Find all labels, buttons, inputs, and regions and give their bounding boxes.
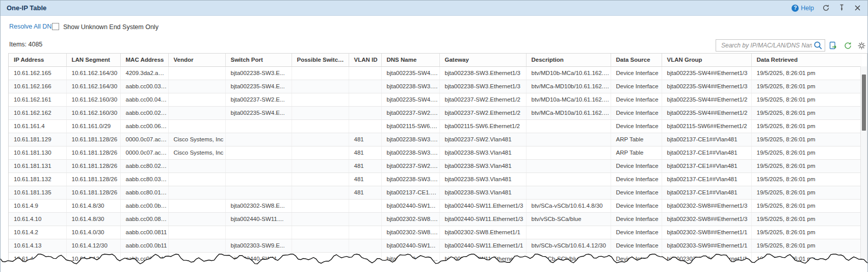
table-cell-lan-segment: 10.61.4.12/30 [66,239,120,253]
table-cell-lan-segment: 10.61.181.128/26 [66,173,120,186]
table-row[interactable]: 10.61.4.1310.61.4.12/30aabb.cc00.0b11bjt… [9,239,862,253]
table-cell-lan-segment: 10.61.181.128/26 [66,160,120,173]
table-cell-vlan-group: bjta002137-CE1##Vlan481 [662,160,751,173]
table-row[interactable]: 10.61.181.13110.61.181.128/26aabb.cc80.0… [9,160,862,173]
table-cell-data-source: ARP Table [611,133,662,146]
table-row[interactable]: 10.61.4.910.61.4.8/30aabb.cc00.0b31bjta0… [9,200,862,213]
table-cell-description [526,146,611,160]
table-cell-vlan-id [349,93,381,107]
table-cell-mac-address: aabb.cc00.0b11 [120,239,168,253]
scrollbar-thumb[interactable] [862,75,866,131]
vertical-scrollbar[interactable] [860,66,867,272]
table-row[interactable]: 10.61.162.16110.61.162.160/30aabb.cc00.0… [9,93,862,107]
table-cell-dns-name: bjta002238-SW3.Vla... [381,173,439,186]
gear-icon[interactable] [857,41,866,50]
export-icon[interactable] [829,41,837,50]
table-cell-vlan-id: 481 [349,173,381,186]
table-row[interactable]: 10.61.181.12910.61.181.128/260000.0c07.a… [9,133,862,146]
column-header-vlan-group[interactable]: VLAN Group [662,54,751,67]
table-cell-dns-name: bjta002235-SW4.Eth... [381,67,439,80]
column-header-data-source[interactable]: Data Source [611,54,662,67]
column-header-lan-segment[interactable]: LAN Segment [66,54,120,67]
table-cell-data-retrieved: 19/5/2025, 8:26:01 pm [751,146,862,160]
column-header-description[interactable]: Description [526,54,611,67]
table-cell-vlan-group: bjta002137-CE1##Vlan481 [662,146,751,160]
table-row[interactable]: 10.61.4.1010.61.4.8/30aabb.cc00.0831bjta… [9,213,862,226]
table-cell-gateway: bjta002238-SW3.Ethernet1/3 [439,80,526,93]
one-ip-table-window: One-IP Table ? Help Resolve All DNS Show… [0,0,868,272]
table-row[interactable]: 10.61.162.16510.61.162.164/304209.3da2.a… [9,67,862,80]
column-header-vendor[interactable]: Vendor [168,54,225,67]
table-cell-switch-port [225,133,292,146]
table-row[interactable]: 10.61.181.13510.61.181.128/26aabb.cc80.0… [9,186,862,200]
table-cell-vlan-id [349,200,381,213]
table-cell-dns-name: bjta002237-SW2.Vla... [381,160,439,173]
table-cell-possible-switch-port [292,239,349,253]
column-header-dns-name[interactable]: DNS Name [381,54,439,67]
table-cell-possible-switch-port [292,133,349,146]
table-cell-vlan-id: 481 [349,160,381,173]
table-cell-vlan-group: bjta002235-SW4##Ethernet1/3 [662,67,751,80]
table-cell-vendor [168,80,225,93]
table-cell-mac-address: aabb.cc00.0421 [120,93,168,107]
column-header-mac-address[interactable]: MAC Address [120,54,168,67]
table-cell-vlan-id [349,107,381,120]
search-icon[interactable] [813,40,823,51]
refresh-icon[interactable] [844,41,852,50]
table-cell-ip-address: 10.61.162.165 [9,67,66,80]
table-cell-vlan-id [349,226,381,239]
table-cell-dns-name: bjta002237-SW2.Eth... [381,107,439,120]
table-cell-vendor [168,239,225,253]
table-cell-gateway: bjta002238-SW3.Vlan481 [439,160,526,173]
table-cell-vlan-id [349,253,381,266]
help-label: Help [801,5,814,12]
table-cell-possible-switch-port [292,186,349,200]
pin-icon[interactable] [837,4,846,12]
close-icon[interactable] [853,4,861,12]
table-cell-data-source: ARP Table [611,146,662,160]
column-header-possible-switch-port[interactable]: Possible Switch Po... [292,54,349,67]
table-row[interactable]: 10.61.181.13210.61.181.128/26aabb.cc80.0… [9,173,862,186]
table-cell-data-retrieved: 19/5/2025, 8:26:01 pm [751,173,862,186]
table-cell-ip-address: 10.61.162.161 [9,93,66,107]
table-cell-description: btv/vSCb-SCb/blue [526,253,611,266]
column-header-data-retrieved[interactable]: Data Retrieved [751,54,862,67]
table-cell-mac-address: aabb.cc00.0831 [120,213,168,226]
table-cell-switch-port: bjta002238-SW3.E... [225,67,292,80]
table-cell-dns-name: bjta002238-SW3.Vla... [381,133,439,146]
table-cell-switch-port [225,160,292,173]
table-row[interactable]: 10.61.162.16610.61.162.164/30aabb.cc00.0… [9,80,862,93]
table-row[interactable]: 10.61.4.1410.61.4.12/30aabb.cc00.0911bjt… [9,253,862,266]
show-unknown-checkbox[interactable] [52,23,59,30]
table-cell-vlan-group: bjta002235-SW4##Ethernet1/3 [662,80,751,93]
table-cell-data-retrieved: 19/5/2025, 8:26:01 pm [751,200,862,213]
table-cell-vendor: Cisco Systems, Inc [168,146,225,160]
sync-icon[interactable] [822,4,830,12]
table-cell-data-source: Device Interface [611,226,662,239]
table-row[interactable]: 10.61.162.16210.61.162.160/30aabb.cc00.0… [9,107,862,120]
column-header-vlan-id[interactable]: VLAN ID [349,54,381,67]
table-row[interactable]: 10.61.4.210.61.4.0/30aabb.cc00.0811bjta0… [9,226,862,239]
search-input[interactable] [720,41,813,50]
column-header-gateway[interactable]: Gateway [439,54,526,67]
table-row[interactable]: 10.61.161.410.61.161.0/29aabb.cc00.0621b… [9,120,862,133]
column-header-ip-address[interactable]: IP Address [9,54,66,67]
table-cell-lan-segment: 10.61.162.164/30 [66,67,120,80]
help-button[interactable]: ? Help [792,5,814,12]
table-cell-gateway: bjta002237-SW2.Ethernet1/2 [439,107,526,120]
window-title: One-IP Table [7,4,46,12]
table-cell-mac-address: aabb.cc00.0221 [120,107,168,120]
table-cell-vlan-group: bjta002303-SW9##Ethernet1/1 [662,239,751,253]
table-cell-data-retrieved: 19/5/2025, 8:26:01 pm [751,226,862,239]
table-cell-ip-address: 10.61.4.14 [9,253,66,266]
table-cell-switch-port: bjta002440-SW11... [225,253,292,266]
table-cell-possible-switch-port [292,93,349,107]
table-cell-data-source: Device Interface [611,200,662,213]
table-cell-dns-name: bjta002235-SW4.Eth... [381,93,439,107]
column-header-switch-port[interactable]: Switch Port [225,54,292,67]
table-cell-possible-switch-port [292,80,349,93]
table-row[interactable]: 10.61.181.13010.61.181.128/260000.0c07.a… [9,146,862,160]
table-cell-data-retrieved: 19/5/2025, 8:26:01 pm [751,253,862,266]
table-cell-lan-segment: 10.61.4.0/30 [66,226,120,239]
resolve-all-dns-link[interactable]: Resolve All DNS [9,23,56,30]
